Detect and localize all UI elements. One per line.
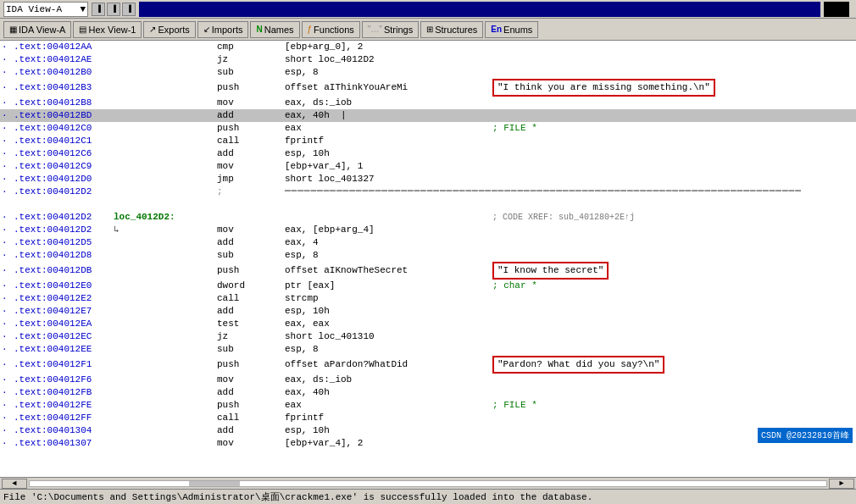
table-row[interactable]: · .text:004012FB add eax, 40h (0, 386, 856, 399)
dot-col: · (0, 160, 10, 173)
mnemonic-col: jmp (214, 173, 281, 186)
dot-col: · (0, 262, 10, 280)
table-row[interactable]: · .text:004012F1 push offset aPardon?Wha… (0, 356, 856, 374)
dot-col: · (0, 386, 10, 399)
scroll-right-button[interactable]: ► (829, 479, 854, 489)
address-col: .text:004012E7 (10, 305, 112, 318)
strings-button[interactable]: "…" Strings (362, 21, 419, 38)
table-row[interactable]: · .text:00401307 mov [ebp+var_4], 2 (0, 437, 856, 450)
functions-button[interactable]: ƒ Functions (302, 21, 360, 38)
black-box (824, 2, 849, 17)
table-row[interactable]: · .text:004012E2 call strcmp (0, 292, 856, 305)
table-row[interactable]: · .text:004012BD add eax, 40h | (0, 109, 856, 122)
label-col (112, 122, 214, 135)
address-col: .text:004012AE (10, 53, 112, 66)
operands-col (281, 211, 489, 224)
table-row[interactable]: · .text:004012F6 mov eax, ds:_iob (0, 374, 856, 386)
address-col: .text:004012D0 (10, 173, 112, 186)
table-row[interactable]: · .text:004012EC jz short loc_401310 (0, 330, 856, 343)
table-row[interactable]: · .text:004012FF call fprintf (0, 412, 856, 424)
comment-col: "I think you are missing something.\n" (489, 79, 856, 97)
comment-col (489, 412, 856, 424)
table-row[interactable]: · .text:004012EA test eax, eax (0, 318, 856, 330)
scroll-thumb[interactable] (189, 481, 240, 486)
table-row[interactable]: · .text:004012D8 sub esp, 8 (0, 249, 856, 262)
label-col (112, 399, 214, 412)
table-row[interactable]: · .text:004012E0 dword ptr [eax] ; char … (0, 280, 856, 292)
main-content: · .text:004012AA cmp [ebp+arg_0], 2 · .t… (0, 41, 856, 477)
table-row[interactable]: · .text:004012EE sub esp, 8 (0, 343, 856, 356)
operands-col: esp, 10h (281, 147, 489, 160)
code-area[interactable]: · .text:004012AA cmp [ebp+arg_0], 2 · .t… (0, 41, 856, 477)
comment-col (489, 109, 856, 122)
label-col (112, 292, 214, 305)
table-row[interactable]: · .text:004012C1 call fprintf (0, 135, 856, 147)
table-row[interactable]: · .text:004012E7 add esp, 10h (0, 305, 856, 318)
label-col (112, 280, 214, 292)
table-row[interactable]: · .text:004012B8 mov eax, ds:_iob (0, 97, 856, 109)
horizontal-scrollbar[interactable]: ◄ ► (0, 477, 856, 489)
dot-col: · (0, 236, 10, 249)
operands-col: offset aIThinkYouAreMi (281, 79, 489, 97)
label-col (112, 386, 214, 399)
mnemonic-col: ; (214, 186, 281, 198)
address-col: .text:004012D2 (10, 186, 112, 198)
label-col (112, 374, 214, 386)
table-row[interactable]: · .text:004012DB push offset aIKnowTheSe… (0, 262, 856, 280)
address-col: .text:004012C6 (10, 147, 112, 160)
operands-col: short loc_4012D2 (281, 53, 489, 66)
ida-view-icon: ▦ (9, 25, 17, 34)
mnemonic-col: push (214, 356, 281, 374)
dot-col: · (0, 280, 10, 292)
mnemonic-col: jz (214, 330, 281, 343)
label-col (112, 173, 214, 186)
comment-col (489, 318, 856, 330)
comment-col (489, 386, 856, 399)
table-row[interactable]: · .text:004012C0 push eax ; FILE * (0, 122, 856, 135)
table-row[interactable]: · .text:004012D2 loc_4012D2: ; CODE XREF… (0, 211, 856, 224)
label-col (112, 147, 214, 160)
address-col: .text:004012EA (10, 318, 112, 330)
dot-col: · (0, 437, 10, 450)
imports-button[interactable]: ↙ Imports (197, 21, 249, 38)
label-col (112, 109, 214, 122)
comment-col: "Pardon? What did you say?\n" (489, 356, 856, 374)
table-row[interactable]: · .text:004012B0 sub esp, 8 (0, 66, 856, 79)
table-row[interactable]: · .text:004012AA cmp [ebp+arg_0], 2 (0, 41, 856, 53)
table-row[interactable]: · .text:004012FE push eax ; FILE * (0, 399, 856, 412)
exports-button[interactable]: ↗ Exports (143, 21, 195, 38)
label-col (112, 305, 214, 318)
comment-col (489, 224, 856, 236)
operands-col: strcmp (281, 292, 489, 305)
imports-icon: ↙ (203, 25, 210, 34)
view-dropdown[interactable]: IDA View-A ▼ (3, 2, 88, 17)
hex-view-icon: ▤ (79, 25, 86, 34)
dot-col: · (0, 330, 10, 343)
mnemonic-col: add (214, 305, 281, 318)
scroll-track[interactable] (29, 480, 827, 487)
table-row[interactable]: · .text:004012B3 push offset aIThinkYouA… (0, 79, 856, 97)
comment-col (489, 97, 856, 109)
structures-button[interactable]: ⊞ Structures (420, 21, 483, 38)
table-row[interactable]: · .text:004012C9 mov [ebp+var_4], 1 (0, 160, 856, 173)
mnemonic-col: push (214, 79, 281, 97)
scroll-left-button[interactable]: ◄ (2, 479, 27, 489)
title-bar: IDA View-A ▼ ▐ ▐ ▐ (0, 0, 856, 19)
names-button[interactable]: N Names (250, 21, 299, 38)
dot-col: · (0, 356, 10, 374)
table-row[interactable]: · .text:00401304 add esp, 10h (0, 424, 856, 437)
enums-button[interactable]: En Enums (485, 21, 538, 38)
dot-col: · (0, 135, 10, 147)
table-row[interactable]: · .text:004012D2 ↳ mov eax, [ebp+arg_4] (0, 224, 856, 236)
hex-view-button[interactable]: ▤ Hex View-1 (73, 21, 142, 38)
operands-col: eax, 40h | (281, 109, 489, 122)
table-row[interactable]: · .text:004012D0 jmp short loc_401327 (0, 173, 856, 186)
icon2: ▐ (107, 3, 120, 16)
label-col (112, 66, 214, 79)
table-row[interactable]: · .text:004012AE jz short loc_4012D2 (0, 53, 856, 66)
address-col: .text:004012D5 (10, 236, 112, 249)
ida-view-button[interactable]: ▦ IDA View-A (3, 21, 71, 38)
table-row[interactable]: · .text:004012D5 add eax, 4 (0, 236, 856, 249)
address-col: .text:004012C0 (10, 122, 112, 135)
table-row[interactable]: · .text:004012C6 add esp, 10h (0, 147, 856, 160)
